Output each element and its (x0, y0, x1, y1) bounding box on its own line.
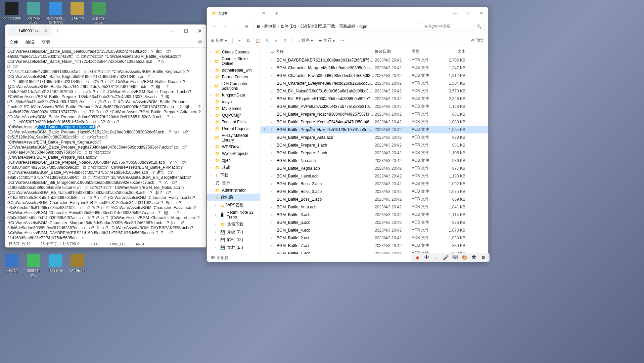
breadcrumb[interactable]: 🖥 ›此电脑›软件 (D:)›360安全浏览器下载›重装战姬›bgm (253, 22, 419, 31)
desktop-icon[interactable]: 安装包列表.xls (89, 2, 109, 26)
tree-item[interactable]: ›📁dotnetrepair_win (207, 67, 260, 74)
settings-icon[interactable]: ⚙ (480, 254, 486, 260)
folder-tree[interactable]: ›📁Chaos Cosmos›📁Counter-Strike Online›📁d… (207, 47, 261, 254)
file-row[interactable]: ▫BGM_Battle_Boss_3.acb2023/4/3 20:42ACB … (261, 188, 488, 195)
chevron-icon[interactable]: › (210, 84, 212, 88)
tree-item[interactable]: ›📁maya (207, 98, 260, 105)
header-name[interactable]: 名称 (276, 49, 284, 54)
desktop-icon[interactable]: TCGame (45, 254, 65, 278)
tree-item[interactable]: ›💾系统 (C:) (207, 228, 260, 236)
delete-icon[interactable]: 🗑 (283, 38, 287, 43)
file-row[interactable]: ▫BGM_Battle_Prepare_Arita.acb2023/4/3 20… (261, 133, 488, 141)
file-row[interactable]: ▫BGM_Battle_6.acb2023/4/3 20:42ACB 文件936… (261, 218, 488, 226)
file-row[interactable]: ▫BGM_Battle_Prepare_1.acb2023/4/3 20:42A… (261, 141, 488, 149)
close-button[interactable]: ✕ (193, 26, 206, 36)
tree-item[interactable]: ›📁V-Ray Material Library (207, 132, 260, 144)
chevron-icon[interactable]: › (210, 59, 213, 63)
file-row[interactable]: ▫BGM_DAYBREAKERS21d160d9ea8b31e72f6f1ff7… (261, 56, 488, 64)
file-row[interactable]: ▫BGM_Battle_7.acb2023/4/3 20:42ACB 文件880… (261, 242, 488, 249)
file-row[interactable]: ▫BGM_Bili_Natsu8f16a0f316b3c363a6d1ab2d0… (261, 87, 488, 95)
explorer-titlebar[interactable]: 📁 bgm ✕ ＋ — □ ✕ (207, 7, 488, 19)
close-tab-icon[interactable]: ✕ (260, 11, 267, 15)
file-row[interactable]: ▫BGM_Battle_Prepare_Noac4830040df4492575… (261, 110, 488, 118)
file-row[interactable]: ▫BGM_Battle_Haxel.acb2023/4/3 20:42ACB 文… (261, 172, 488, 180)
cut-icon[interactable]: ✂ (238, 38, 241, 43)
breadcrumb-item[interactable]: 软件 (D:) (280, 24, 296, 29)
desktop-icon[interactable]: 3ds Max 2022 (24, 2, 44, 26)
refresh-button[interactable]: ⟳ (242, 24, 251, 29)
chevron-icon[interactable]: › (210, 93, 213, 97)
menu-view[interactable]: 查看 (42, 39, 50, 45)
tree-item[interactable]: ›📁KingsoftData (207, 92, 260, 98)
back-button[interactable]: ← (210, 24, 219, 29)
tree-item[interactable]: ›📁QQPCMgr (207, 112, 260, 119)
chevron-icon[interactable]: › (215, 223, 218, 226)
preview-button[interactable]: 🗗 预览 (471, 38, 484, 43)
breadcrumb-item[interactable]: 重装战姬 (339, 24, 355, 29)
tree-item[interactable]: ›📁IDM Computer Solutions (207, 80, 260, 92)
notepad-titlebar[interactable]: 📄 1460001.txt ✕ ＋ — □ ✕ (5, 25, 206, 37)
chevron-icon[interactable]: › (215, 213, 218, 217)
mic-icon[interactable]: 🎤 (443, 254, 449, 260)
chevron-icon[interactable]: › (210, 75, 213, 79)
chevron-icon[interactable]: › (215, 230, 218, 234)
chevron-icon[interactable]: › (210, 181, 213, 185)
file-row[interactable]: ▫BGM_Battle_Kegha.acb2023/4/3 20:42ACB 文… (261, 164, 488, 172)
keyboard-icon[interactable]: ⌨ (452, 254, 458, 260)
tree-item[interactable]: ›📁Administrator (207, 187, 260, 194)
search-input[interactable]: 在 bgm 中搜索 🔍 (421, 22, 485, 31)
file-row[interactable]: ▫BGM_Battle_Boss_2.acb2023/4/3 20:42ACB … (261, 180, 488, 188)
punct-icon[interactable]: ， (433, 254, 439, 260)
tree-item[interactable]: ›📁迷战 (207, 164, 260, 171)
file-row[interactable]: ▫BGM_Battle_3.acb2023/4/3 20:42ACB 文件1,1… (261, 211, 488, 218)
explorer-tab[interactable]: 📁 bgm ✕ (207, 9, 272, 17)
file-row[interactable]: ▫BGM_Bili_BTogether51900a09dbeab3866b9a9… (261, 95, 488, 103)
file-row[interactable]: ▫BGM_Battle_Noa.acb2023/4/3 20:42ACB 文件9… (261, 157, 488, 164)
tree-item[interactable]: ›📁Tencent Files (207, 119, 260, 125)
tree-item[interactable]: ›📁Chaos Cosmos (207, 49, 260, 55)
toolbox-icon[interactable]: 🛠 (471, 254, 477, 260)
header-type[interactable]: 类型 (412, 49, 442, 54)
list-header[interactable]: ☐名称 修改日期 类型 大小 (261, 47, 488, 56)
chevron-icon[interactable]: › (210, 166, 213, 169)
rename-icon[interactable]: ✎ (266, 38, 269, 43)
notepad-tab[interactable]: 📄 1460001.txt ✕ (7, 26, 52, 36)
skin-icon[interactable]: 🎨 (461, 254, 467, 260)
header-size[interactable]: 大小 (442, 49, 465, 54)
chevron-icon[interactable]: › (210, 107, 213, 111)
chevron-icon[interactable]: › (210, 114, 213, 117)
tree-item[interactable]: ›💾文档 (E:) (207, 244, 260, 251)
desktop-icon[interactable]: baidunetd... -快捷方式 (45, 2, 65, 26)
tree-item[interactable]: ›📱Redmi Note 12 Turbo (207, 209, 260, 220)
chevron-icon[interactable]: › (210, 189, 213, 192)
chevron-icon[interactable]: › (210, 145, 213, 149)
header-date[interactable]: 修改日期 (375, 49, 412, 54)
file-row[interactable]: ▫BGM_Character_Margaret8dfd6de9adae30395… (261, 64, 488, 72)
ime-tray[interactable]: ◆ 中 ， 🎤 ⌨ 🎨 🛠 ⚙ (411, 253, 490, 262)
sort-button[interactable]: ↕ 排序 ▾ (298, 38, 313, 43)
chevron-icon[interactable]: › (215, 203, 218, 207)
tree-item[interactable]: ›📁FormatFactory (207, 74, 260, 80)
ime-logo-icon[interactable]: ◆ (414, 254, 420, 260)
chevron-icon[interactable]: › (210, 100, 213, 104)
desktop-icon[interactable]: GARbro (67, 2, 87, 26)
tree-item[interactable]: ›☁WPS云盘 (207, 201, 260, 209)
new-tab-button[interactable]: ＋ (272, 10, 281, 17)
chevron-icon[interactable]: › (210, 69, 213, 72)
new-tab-button[interactable]: ＋ (55, 28, 60, 35)
menu-file[interactable]: 文件 (9, 39, 18, 45)
minimize-button[interactable]: — (448, 8, 461, 18)
breadcrumb-item[interactable]: 360安全浏览器下载 (300, 24, 335, 29)
chevron-icon[interactable]: › (210, 136, 213, 140)
file-row[interactable]: ▫BGM_Battle_Prepare_2.acb2023/4/3 20:42A… (261, 149, 488, 157)
share-icon[interactable]: ↗ (274, 38, 278, 43)
chevron-icon[interactable]: › (210, 173, 213, 177)
more-icon[interactable]: ⋯ (340, 38, 344, 43)
tree-item[interactable]: ›📁迅雷下载 (207, 220, 260, 228)
chevron-icon[interactable]: › (210, 120, 213, 124)
maximize-button[interactable]: □ (461, 8, 475, 18)
minimize-button[interactable]: — (166, 26, 179, 36)
up-button[interactable]: ↑ (232, 24, 240, 29)
chevron-icon[interactable]: › (215, 238, 218, 242)
close-button[interactable]: ✕ (475, 8, 488, 18)
